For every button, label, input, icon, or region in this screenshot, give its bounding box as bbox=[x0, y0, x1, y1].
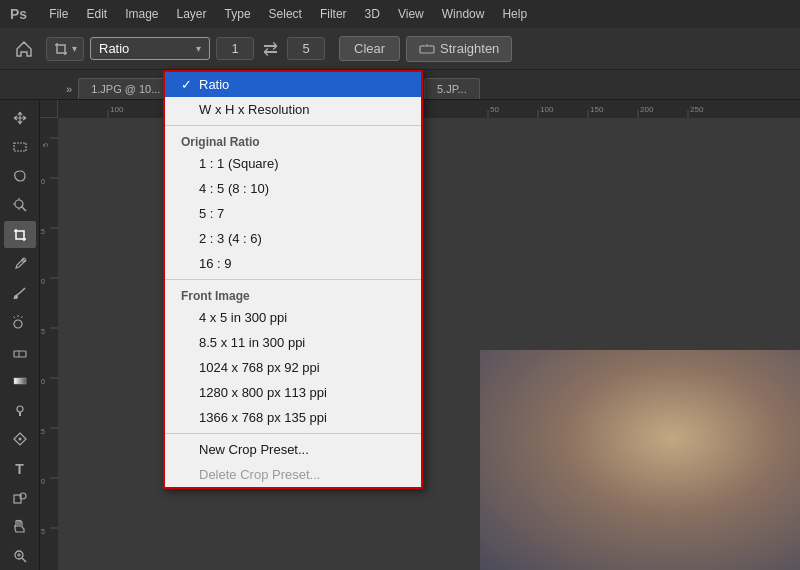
tab-scroll-left[interactable]: » bbox=[60, 79, 78, 99]
dropdown-item-1to1-label: 1 : 1 (Square) bbox=[199, 156, 279, 171]
crop-tool[interactable] bbox=[4, 221, 36, 248]
menu-filter[interactable]: Filter bbox=[312, 4, 355, 24]
svg-point-15 bbox=[18, 438, 21, 441]
dropdown-item-1024x768[interactable]: 1024 x 768 px 92 ppi bbox=[165, 355, 421, 380]
menu-help[interactable]: Help bbox=[494, 4, 535, 24]
dropdown-item-5to7[interactable]: 5 : 7 bbox=[165, 201, 421, 226]
dropdown-item-ratio[interactable]: ✓ Ratio bbox=[165, 72, 421, 97]
home-button[interactable] bbox=[8, 33, 40, 65]
height-input[interactable] bbox=[287, 37, 325, 60]
ratio-dropdown-menu: ✓ Ratio W x H x Resolution Original Rati… bbox=[163, 70, 423, 489]
dropdown-item-1280x800-label: 1280 x 800 px 113 ppi bbox=[199, 385, 327, 400]
dropdown-item-16to9-label: 16 : 9 bbox=[199, 256, 232, 271]
move-tool[interactable] bbox=[4, 104, 36, 131]
vertical-ruler: 5 0 5 0 5 0 5 bbox=[40, 118, 58, 570]
lasso-tool[interactable] bbox=[4, 163, 36, 190]
menu-file[interactable]: File bbox=[41, 4, 76, 24]
menu-edit[interactable]: Edit bbox=[78, 4, 115, 24]
pen-tool[interactable] bbox=[4, 426, 36, 453]
tab-5jpg[interactable]: 5.JP... bbox=[424, 78, 480, 99]
canvas-image bbox=[480, 350, 800, 570]
eraser-tool[interactable] bbox=[4, 338, 36, 365]
width-input[interactable] bbox=[216, 37, 254, 60]
dropdown-item-4to5-label: 4 : 5 (8 : 10) bbox=[199, 181, 269, 196]
svg-point-3 bbox=[15, 200, 23, 208]
svg-text:0: 0 bbox=[41, 178, 45, 185]
dropdown-item-1to1[interactable]: 1 : 1 (Square) bbox=[165, 151, 421, 176]
menu-select[interactable]: Select bbox=[261, 4, 310, 24]
crop-tool-selector[interactable]: ▾ bbox=[46, 37, 84, 61]
dropdown-item-2to3[interactable]: 2 : 3 (4 : 6) bbox=[165, 226, 421, 251]
svg-text:100: 100 bbox=[110, 105, 124, 114]
clear-button[interactable]: Clear bbox=[339, 36, 400, 61]
dropdown-item-4to5[interactable]: 4 : 5 (8 : 10) bbox=[165, 176, 421, 201]
dropdown-item-wxhxres[interactable]: W x H x Resolution bbox=[165, 97, 421, 122]
menu-view[interactable]: View bbox=[390, 4, 432, 24]
straighten-button[interactable]: Straighten bbox=[406, 36, 512, 62]
dropdown-item-1024x768-label: 1024 x 768 px 92 ppi bbox=[199, 360, 320, 375]
svg-text:150: 150 bbox=[590, 105, 604, 114]
svg-text:50: 50 bbox=[490, 105, 499, 114]
svg-text:200: 200 bbox=[640, 105, 654, 114]
options-bar: ▾ Ratio ▾ ⇄ Clear Straighten bbox=[0, 28, 800, 70]
menu-type[interactable]: Type bbox=[217, 4, 259, 24]
svg-text:5: 5 bbox=[41, 228, 45, 235]
dropdown-item-1366x768[interactable]: 1366 x 768 px 135 ppi bbox=[165, 405, 421, 430]
zoom-tool[interactable] bbox=[4, 543, 36, 570]
text-tool[interactable]: T bbox=[4, 455, 36, 482]
dropdown-item-5to7-label: 5 : 7 bbox=[199, 206, 224, 221]
svg-rect-41 bbox=[40, 118, 58, 570]
dropdown-item-delete-preset-label: Delete Crop Preset... bbox=[199, 467, 320, 482]
svg-point-8 bbox=[14, 295, 18, 299]
crop-tool-arrow: ▾ bbox=[72, 43, 77, 54]
hand-tool-button[interactable] bbox=[4, 514, 36, 541]
svg-text:100: 100 bbox=[540, 105, 554, 114]
menubar: Ps File Edit Image Layer Type Select Fil… bbox=[0, 0, 800, 28]
dropdown-item-new-preset[interactable]: New Crop Preset... bbox=[165, 437, 421, 462]
svg-line-19 bbox=[22, 558, 26, 562]
menu-layer[interactable]: Layer bbox=[169, 4, 215, 24]
menu-window[interactable]: Window bbox=[434, 4, 493, 24]
brush-tool[interactable] bbox=[4, 280, 36, 307]
svg-text:5: 5 bbox=[42, 143, 49, 147]
dropdown-item-8x11in[interactable]: 8.5 x 11 in 300 ppi bbox=[165, 330, 421, 355]
menu-image[interactable]: Image bbox=[117, 4, 166, 24]
svg-rect-0 bbox=[420, 46, 434, 53]
svg-rect-10 bbox=[14, 351, 26, 357]
dropdown-item-ratio-label: Ratio bbox=[199, 77, 229, 92]
dropdown-item-8x11in-label: 8.5 x 11 in 300 ppi bbox=[199, 335, 305, 350]
svg-text:5: 5 bbox=[41, 428, 45, 435]
dropdown-item-16to9[interactable]: 16 : 9 bbox=[165, 251, 421, 276]
svg-text:0: 0 bbox=[41, 378, 45, 385]
app-logo: Ps bbox=[8, 6, 35, 22]
menu-3d[interactable]: 3D bbox=[357, 4, 388, 24]
eyedropper-tool[interactable] bbox=[4, 250, 36, 277]
dropdown-item-1280x800[interactable]: 1280 x 800 px 113 ppi bbox=[165, 380, 421, 405]
dropdown-item-new-preset-label: New Crop Preset... bbox=[199, 442, 309, 457]
divider-1 bbox=[165, 125, 421, 126]
swap-dimensions-button[interactable]: ⇄ bbox=[260, 35, 281, 63]
left-toolbar: T bbox=[0, 100, 40, 570]
section-header-front: Front Image bbox=[165, 283, 421, 305]
svg-text:5: 5 bbox=[41, 528, 45, 535]
svg-rect-1 bbox=[14, 143, 26, 151]
dropdown-item-2to3-label: 2 : 3 (4 : 6) bbox=[199, 231, 262, 246]
divider-2 bbox=[165, 279, 421, 280]
ratio-dropdown-arrow: ▾ bbox=[196, 43, 201, 54]
dropdown-item-delete-preset: Delete Crop Preset... bbox=[165, 462, 421, 487]
magic-wand-tool[interactable] bbox=[4, 192, 36, 219]
marquee-tool[interactable] bbox=[4, 133, 36, 160]
dodge-tool[interactable] bbox=[4, 397, 36, 424]
checkmark-ratio: ✓ bbox=[181, 77, 199, 92]
dropdown-item-4x5in[interactable]: 4 x 5 in 300 ppi bbox=[165, 305, 421, 330]
ratio-dropdown-label: Ratio bbox=[99, 41, 129, 56]
tab-1-label: 1.JPG @ 10... bbox=[91, 83, 160, 95]
dropdown-item-4x5in-label: 4 x 5 in 300 ppi bbox=[199, 310, 287, 325]
svg-text:0: 0 bbox=[41, 278, 45, 285]
gradient-tool[interactable] bbox=[4, 367, 36, 394]
svg-text:0: 0 bbox=[41, 478, 45, 485]
ratio-dropdown[interactable]: Ratio ▾ bbox=[90, 37, 210, 60]
dropdown-item-wxhxres-label: W x H x Resolution bbox=[199, 102, 310, 117]
clone-stamp-tool[interactable] bbox=[4, 309, 36, 336]
shape-tool[interactable] bbox=[4, 484, 36, 511]
